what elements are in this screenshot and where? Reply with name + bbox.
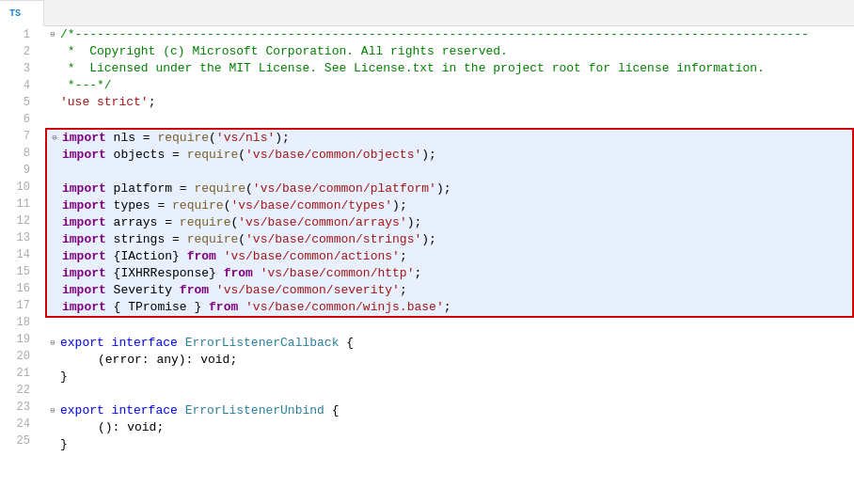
table-row: import types = require('vs/base/common/t… [47, 197, 852, 214]
editor-container: 1234567891011121314151617181920212223242… [0, 26, 854, 504]
line-number: 25 [0, 433, 30, 449]
fold-gutter: ⊖ [45, 405, 60, 417]
line-number: 19 [0, 331, 30, 348]
line-number: 21 [0, 365, 30, 382]
table-row: ⊖export interface ErrorListenerCallback … [45, 335, 854, 352]
collapse-icon[interactable]: ⊖ [49, 133, 60, 144]
line-number: 16 [0, 280, 30, 297]
line-number: 5 [0, 94, 30, 111]
table-row: ⊖export interface ErrorListenerUnbind { [45, 402, 854, 419]
line-number: 17 [0, 297, 30, 314]
line-number: 15 [0, 263, 30, 280]
table-row: import objects = require('vs/base/common… [47, 147, 852, 164]
line-number: 7 [0, 128, 30, 145]
line-number: 10 [0, 179, 30, 196]
table-row: import arrays = require('vs/base/common/… [47, 214, 852, 231]
table-row: ⊖import nls = require('vs/nls'); [47, 130, 852, 147]
line-number: 11 [0, 196, 30, 213]
line-number: 18 [0, 314, 30, 331]
table-row: import strings = require('vs/base/common… [47, 231, 852, 248]
table-row: 'use strict'; [45, 94, 854, 111]
table-row: * Copyright (c) Microsoft Corporation. A… [45, 43, 854, 60]
table-row: *---*/ [45, 77, 854, 94]
line-number: 20 [0, 348, 30, 365]
line-number: 13 [0, 229, 30, 246]
collapse-icon[interactable]: ⊖ [47, 405, 58, 417]
table-row: import {IXHRResponse} from 'vs/base/comm… [47, 265, 852, 282]
line-number: 14 [0, 246, 30, 263]
table-row: import platform = require('vs/base/commo… [47, 181, 852, 197]
collapse-icon[interactable]: ⊖ [47, 338, 58, 349]
table-row: ⊖/*-------------------------------------… [45, 26, 854, 43]
table-row: import Severity from 'vs/base/common/sev… [47, 282, 852, 299]
fold-gutter: ⊖ [45, 338, 60, 349]
line-number: 6 [0, 111, 30, 128]
line-number: 22 [0, 382, 30, 399]
ts-icon: TS [9, 8, 21, 19]
line-number: 1 [0, 26, 30, 43]
line-number: 8 [0, 145, 30, 162]
line-number: 2 [0, 43, 30, 60]
fold-gutter: ⊖ [47, 133, 62, 144]
table-row: } [45, 436, 854, 453]
table-row [45, 111, 854, 128]
table-row: (error: any): void; [45, 352, 854, 369]
line-number: 4 [0, 77, 30, 94]
line-number: 9 [0, 162, 30, 179]
line-number: 3 [0, 60, 30, 77]
table-row [45, 318, 854, 335]
line-number: 23 [0, 399, 30, 416]
line-numbers: 1234567891011121314151617181920212223242… [0, 26, 38, 504]
table-row: * Licensed under the MIT License. See Li… [45, 60, 854, 77]
table-row: (): void; [45, 419, 854, 436]
import-block-highlight: ⊖import nls = require('vs/nls');import o… [45, 128, 854, 318]
code-area[interactable]: ⊖/*-------------------------------------… [38, 26, 854, 504]
fold-gutter: ⊖ [45, 29, 60, 40]
table-row: import { TPromise } from 'vs/base/common… [47, 299, 852, 316]
table-row: import {IAction} from 'vs/base/common/ac… [47, 248, 852, 265]
file-tab[interactable]: TS [0, 0, 44, 26]
collapse-icon[interactable]: ⊖ [47, 29, 58, 40]
table-row [45, 386, 854, 402]
line-number: 24 [0, 416, 30, 433]
table-row [47, 164, 852, 181]
line-number: 12 [0, 213, 30, 229]
tab-bar: TS [0, 0, 854, 26]
table-row: } [45, 369, 854, 386]
